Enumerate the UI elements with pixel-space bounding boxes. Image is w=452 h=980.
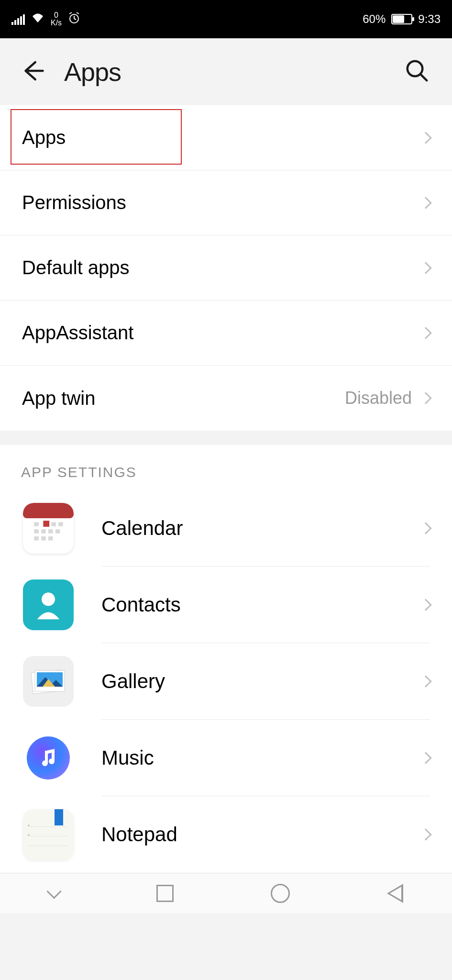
- chevron-right-icon: [419, 599, 431, 611]
- svg-line-3: [69, 12, 72, 14]
- svg-rect-8: [34, 522, 39, 526]
- signal-icon: [11, 13, 25, 25]
- section-gap: [0, 431, 452, 445]
- app-label: Calendar: [101, 517, 183, 540]
- chevron-right-icon: [419, 262, 431, 274]
- page-header: Apps: [0, 38, 452, 105]
- row-label: App twin: [22, 388, 95, 409]
- chevron-right-icon: [419, 828, 431, 840]
- nav-home-button[interactable]: [271, 884, 290, 903]
- chevron-right-icon: [419, 327, 431, 339]
- music-icon: [23, 733, 74, 783]
- chevron-right-icon: [419, 132, 431, 144]
- row-default-apps[interactable]: Default apps: [0, 235, 452, 301]
- app-settings-section: APP SETTINGS Calendar Contacts: [0, 445, 452, 873]
- clock: 9:33: [418, 12, 441, 26]
- row-value: Disabled: [345, 388, 412, 408]
- status-bar: 0 K/s 60% 9:33: [0, 0, 452, 38]
- wifi-icon: [31, 12, 45, 26]
- back-button[interactable]: [19, 58, 45, 86]
- chevron-right-icon: [419, 675, 431, 687]
- svg-rect-14: [55, 529, 60, 533]
- row-label: Permissions: [22, 192, 126, 213]
- svg-rect-13: [48, 529, 53, 533]
- network-speed-indicator: 0 K/s: [51, 11, 62, 27]
- chevron-right-icon: [419, 392, 431, 404]
- row-permissions[interactable]: Permissions: [0, 170, 452, 235]
- status-left: 0 K/s: [11, 11, 81, 27]
- svg-rect-15: [34, 536, 39, 540]
- chevron-right-icon: [419, 197, 431, 209]
- row-appassistant[interactable]: AppAssistant: [0, 301, 452, 366]
- app-label: Notepad: [101, 823, 177, 846]
- notepad-icon: [23, 809, 74, 860]
- svg-rect-10: [58, 522, 63, 526]
- nav-hide-button[interactable]: [49, 886, 59, 901]
- gallery-icon: [23, 656, 74, 707]
- app-label: Music: [101, 746, 154, 769]
- row-label: Default apps: [22, 257, 130, 278]
- svg-line-4: [77, 12, 79, 14]
- svg-rect-11: [34, 529, 39, 533]
- battery-icon: [391, 14, 412, 24]
- chevron-right-icon: [419, 522, 431, 534]
- svg-rect-12: [41, 529, 46, 533]
- svg-rect-7: [43, 521, 49, 527]
- app-row-contacts[interactable]: Contacts: [0, 567, 452, 643]
- net-speed-bottom: K/s: [51, 19, 62, 27]
- chevron-right-icon: [419, 752, 431, 764]
- net-speed-top: 0: [51, 11, 62, 19]
- row-apps[interactable]: Apps: [0, 105, 452, 170]
- app-row-calendar[interactable]: Calendar: [0, 490, 452, 567]
- page-title: Apps: [64, 57, 121, 87]
- section-header: APP SETTINGS: [0, 445, 452, 490]
- contacts-icon: [23, 579, 74, 630]
- status-right: 60% 9:33: [363, 12, 441, 26]
- app-label: Contacts: [101, 593, 181, 616]
- app-label: Gallery: [101, 670, 165, 693]
- svg-rect-9: [51, 522, 56, 526]
- app-row-notepad[interactable]: Notepad: [0, 796, 452, 873]
- svg-line-6: [421, 75, 427, 80]
- battery-percent: 60%: [363, 12, 386, 26]
- svg-rect-16: [41, 536, 46, 540]
- svg-point-18: [42, 592, 55, 606]
- svg-rect-17: [48, 536, 53, 540]
- app-row-music[interactable]: Music: [0, 720, 452, 796]
- nav-recent-button[interactable]: [156, 885, 174, 902]
- svg-line-2: [74, 19, 76, 20]
- row-label: Apps: [22, 127, 66, 148]
- nav-bar: [0, 873, 452, 913]
- alarm-icon: [67, 11, 81, 27]
- search-button[interactable]: [404, 58, 430, 86]
- app-row-gallery[interactable]: Gallery: [0, 643, 452, 720]
- main-section: Apps Permissions Default apps AppAssista…: [0, 105, 452, 431]
- row-app-twin[interactable]: App twin Disabled: [0, 366, 452, 431]
- calendar-icon: [23, 503, 74, 554]
- row-label: AppAssistant: [22, 322, 133, 344]
- nav-back-button[interactable]: [387, 884, 403, 903]
